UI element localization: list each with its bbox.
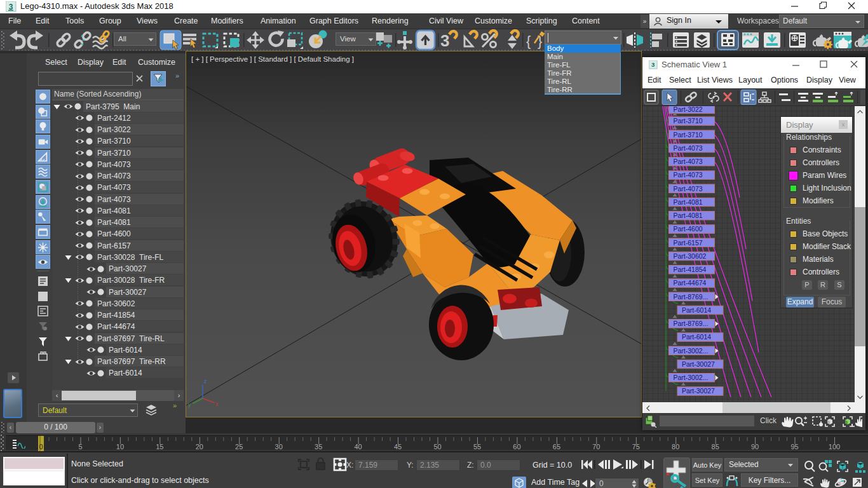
svg-text:Part-30027: Part-30027 xyxy=(682,360,715,368)
svg-text:30: 30 xyxy=(275,443,283,451)
svg-text:Part-41854: Part-41854 xyxy=(674,266,707,273)
svg-text:75: 75 xyxy=(632,443,640,451)
svg-text:3: 3 xyxy=(9,3,13,11)
svg-text:y: y xyxy=(188,402,191,408)
svg-text:90: 90 xyxy=(751,443,759,451)
svg-text:3: 3 xyxy=(651,61,654,68)
svg-text:Part-4073: Part-4073 xyxy=(674,185,703,193)
svg-text:Part-3710: Part-3710 xyxy=(674,131,703,139)
svg-text:70: 70 xyxy=(592,443,600,451)
svg-text:20: 20 xyxy=(196,443,203,451)
svg-text:Part-6014: Part-6014 xyxy=(682,306,711,314)
svg-text:Part-6014: Part-6014 xyxy=(682,333,711,341)
svg-text:Part-4073: Part-4073 xyxy=(674,171,703,179)
svg-text:50: 50 xyxy=(433,443,441,451)
svg-text:Part-4081: Part-4081 xyxy=(674,212,703,219)
svg-text:Part-3002...: Part-3002... xyxy=(674,347,709,355)
svg-text:55: 55 xyxy=(473,443,481,451)
svg-text:45: 45 xyxy=(394,443,402,451)
svg-text:60: 60 xyxy=(513,443,520,451)
svg-text:35: 35 xyxy=(315,443,322,451)
svg-text:Part-4081: Part-4081 xyxy=(674,198,703,206)
svg-text:5: 5 xyxy=(78,443,82,451)
svg-text:Part-8769...: Part-8769... xyxy=(674,320,709,327)
svg-text:x: x xyxy=(215,401,219,407)
svg-text:{: { xyxy=(526,33,531,49)
svg-text:Part-4073: Part-4073 xyxy=(674,158,703,165)
svg-text:Part-3022: Part-3022 xyxy=(674,106,703,113)
svg-text:65: 65 xyxy=(553,443,560,451)
svg-text:3: 3 xyxy=(440,31,449,50)
svg-text:Part-6157: Part-6157 xyxy=(674,239,703,247)
svg-text:Part-30602: Part-30602 xyxy=(674,252,707,260)
svg-text:25: 25 xyxy=(235,443,243,451)
svg-text:100: 100 xyxy=(829,443,840,451)
svg-text:80: 80 xyxy=(672,443,679,451)
svg-text:Part-8769...: Part-8769... xyxy=(674,293,709,301)
svg-text:Part-3002...: Part-3002... xyxy=(674,374,709,381)
svg-text:Part-3710: Part-3710 xyxy=(674,117,703,125)
svg-text:15: 15 xyxy=(156,443,163,451)
svg-text:10: 10 xyxy=(116,443,124,451)
svg-text:95: 95 xyxy=(790,443,798,451)
svg-text:z: z xyxy=(204,378,207,384)
svg-text:Part-4073: Part-4073 xyxy=(674,144,703,152)
svg-text:Part-4600: Part-4600 xyxy=(674,225,703,233)
svg-text:85: 85 xyxy=(712,443,719,451)
svg-text:Part-44674: Part-44674 xyxy=(674,279,707,287)
svg-text:Part-30027: Part-30027 xyxy=(682,387,715,395)
svg-text:0: 0 xyxy=(39,443,43,451)
svg-text:40: 40 xyxy=(354,443,362,451)
